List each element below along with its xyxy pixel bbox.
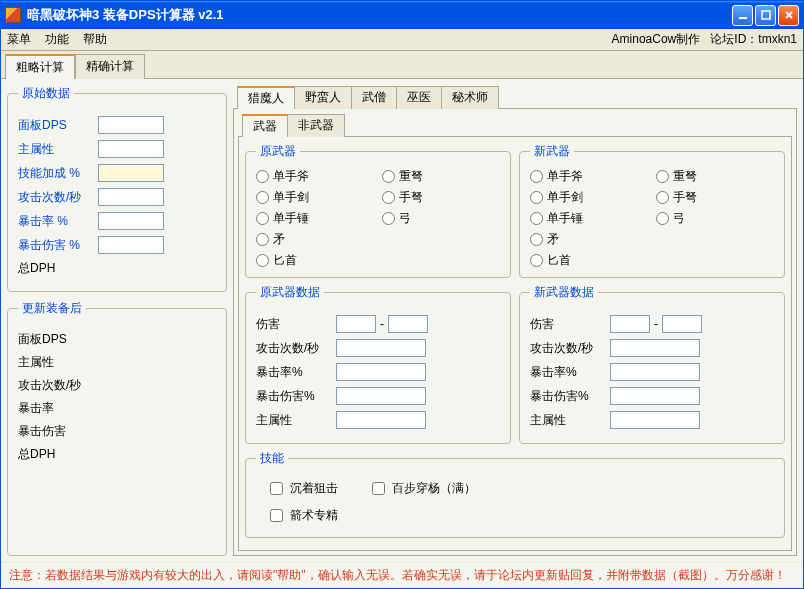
input-crit-dmg[interactable]	[98, 236, 164, 254]
input-od-crit[interactable]	[336, 363, 426, 381]
group-skills: 技能 沉着狙击 百步穿杨（满） 箭术专精	[245, 450, 785, 538]
menubar: 菜单 功能 帮助 AminoaCow制作 论坛ID：tmxkn1	[1, 29, 803, 51]
group-old-data: 原武器数据 伤害 - 攻击次数/秒 暴击率% 暴击伤害% 主属性	[245, 284, 511, 444]
input-od-dmg-min[interactable]	[336, 315, 376, 333]
input-nd-dmg-max[interactable]	[662, 315, 702, 333]
main-tabs: 粗略计算 精确计算	[1, 53, 803, 78]
radio-new-mace[interactable]: 单手锤	[530, 210, 648, 227]
input-panel-dps[interactable]	[98, 116, 164, 134]
lbl-after-aps: 攻击次数/秒	[18, 377, 98, 394]
lbl-nd-crit: 暴击率%	[530, 364, 610, 381]
lbl-after-crit-dmg: 暴击伤害	[18, 423, 98, 440]
tab-precise-calc[interactable]: 精确计算	[75, 54, 145, 79]
legend-old-data: 原武器数据	[256, 284, 324, 301]
tab-demon-hunter[interactable]: 猎魔人	[237, 86, 295, 109]
input-od-main[interactable]	[336, 411, 426, 429]
lbl-after-panel-dps: 面板DPS	[18, 331, 98, 348]
radio-old-sword[interactable]: 单手剑	[256, 189, 374, 206]
chk-skill-1[interactable]: 沉着狙击	[266, 479, 338, 498]
app-window: 暗黑破坏神3 装备DPS计算器 v2.1 菜单 功能 帮助 AminoaCow制…	[0, 0, 804, 589]
lbl-after-main-stat: 主属性	[18, 354, 98, 371]
radio-old-mace[interactable]: 单手锤	[256, 210, 374, 227]
menu-function[interactable]: 功能	[45, 31, 69, 48]
legend-old-weapon: 原武器	[256, 143, 300, 160]
lbl-total-dph: 总DPH	[18, 260, 98, 277]
lbl-od-aps: 攻击次数/秒	[256, 340, 336, 357]
chk-skill-3[interactable]: 箭术专精	[266, 506, 338, 525]
close-button[interactable]	[778, 5, 799, 26]
lbl-od-critd: 暴击伤害%	[256, 388, 336, 405]
menu-help[interactable]: 帮助	[83, 31, 107, 48]
tab-weapon[interactable]: 武器	[242, 114, 288, 137]
input-skill-bonus[interactable]	[98, 164, 164, 182]
titlebar: 暗黑破坏神3 装备DPS计算器 v2.1	[1, 1, 803, 29]
input-crit-rate[interactable]	[98, 212, 164, 230]
input-nd-aps[interactable]	[610, 339, 700, 357]
menu-main[interactable]: 菜单	[7, 31, 31, 48]
legend-original: 原始数据	[18, 85, 74, 102]
lbl-nd-dmg: 伤害	[530, 316, 610, 333]
lbl-crit-dmg: 暴击伤害 %	[18, 237, 98, 254]
weapon-tabs: 武器 非武器	[238, 113, 792, 136]
legend-after: 更新装备后	[18, 300, 86, 317]
author-info: AminoaCow制作 论坛ID：tmxkn1	[612, 31, 797, 48]
tab-rough-calc[interactable]: 粗略计算	[5, 54, 75, 79]
radio-new-handcb[interactable]: 手弩	[656, 189, 774, 206]
window-title: 暗黑破坏神3 装备DPS计算器 v2.1	[27, 6, 732, 24]
svg-rect-0	[739, 17, 747, 19]
radio-old-heavycb[interactable]: 重弩	[382, 168, 500, 185]
radio-new-dagger[interactable]: 匕首	[530, 252, 648, 269]
lbl-nd-aps: 攻击次数/秒	[530, 340, 610, 357]
lbl-od-main: 主属性	[256, 412, 336, 429]
weapon-panel: 原武器 单手斧 重弩 单手剑 手弩 单手锤 弓 矛 匕首	[238, 136, 792, 551]
input-nd-crit[interactable]	[610, 363, 700, 381]
radio-old-dagger[interactable]: 匕首	[256, 252, 374, 269]
radio-new-bow[interactable]: 弓	[656, 210, 774, 227]
lbl-main-stat: 主属性	[18, 141, 98, 158]
radio-new-spear[interactable]: 矛	[530, 231, 648, 248]
class-tabs: 猎魔人 野蛮人 武僧 巫医 秘术师	[233, 85, 797, 108]
input-od-aps[interactable]	[336, 339, 426, 357]
footer-note: 注意：若数据结果与游戏内有较大的出入，请阅读"帮助"，确认输入无误。若确实无误，…	[1, 562, 803, 588]
lbl-nd-critd: 暴击伤害%	[530, 388, 610, 405]
chk-skill-2[interactable]: 百步穿杨（满）	[368, 479, 476, 498]
input-nd-main[interactable]	[610, 411, 700, 429]
group-new-data: 新武器数据 伤害 - 攻击次数/秒 暴击率% 暴击伤害% 主属性	[519, 284, 785, 444]
input-nd-critd[interactable]	[610, 387, 700, 405]
tab-barbarian[interactable]: 野蛮人	[294, 86, 352, 109]
lbl-after-total-dph: 总DPH	[18, 446, 98, 463]
input-od-dmg-max[interactable]	[388, 315, 428, 333]
tab-wizard[interactable]: 秘术师	[441, 86, 499, 109]
radio-old-handcb[interactable]: 手弩	[382, 189, 500, 206]
lbl-skill-bonus: 技能加成 %	[18, 165, 98, 182]
app-icon	[5, 7, 21, 23]
lbl-nd-main: 主属性	[530, 412, 610, 429]
lbl-crit-rate: 暴击率 %	[18, 213, 98, 230]
maximize-button[interactable]	[755, 5, 776, 26]
group-old-weapon: 原武器 单手斧 重弩 单手剑 手弩 单手锤 弓 矛 匕首	[245, 143, 511, 278]
radio-old-spear[interactable]: 矛	[256, 231, 374, 248]
minimize-button[interactable]	[732, 5, 753, 26]
lbl-od-dmg: 伤害	[256, 316, 336, 333]
radio-new-axe[interactable]: 单手斧	[530, 168, 648, 185]
lbl-aps: 攻击次数/秒	[18, 189, 98, 206]
svg-rect-1	[762, 11, 770, 19]
input-main-stat[interactable]	[98, 140, 164, 158]
input-od-critd[interactable]	[336, 387, 426, 405]
legend-skills: 技能	[256, 450, 288, 467]
lbl-od-crit: 暴击率%	[256, 364, 336, 381]
lbl-after-crit-rate: 暴击率	[18, 400, 98, 417]
radio-new-heavycb[interactable]: 重弩	[656, 168, 774, 185]
radio-new-sword[interactable]: 单手剑	[530, 189, 648, 206]
tab-monk[interactable]: 武僧	[351, 86, 397, 109]
legend-new-weapon: 新武器	[530, 143, 574, 160]
radio-old-axe[interactable]: 单手斧	[256, 168, 374, 185]
tab-witch-doctor[interactable]: 巫医	[396, 86, 442, 109]
radio-old-bow[interactable]: 弓	[382, 210, 500, 227]
group-after-gear: 更新装备后 面板DPS 主属性 攻击次数/秒 暴击率 暴击伤害 总DPH	[7, 300, 227, 556]
input-aps[interactable]	[98, 188, 164, 206]
class-panel: 武器 非武器 原武器 单手斧 重弩 单手剑 手弩 单手锤	[233, 108, 797, 556]
input-nd-dmg-min[interactable]	[610, 315, 650, 333]
tab-nonweapon[interactable]: 非武器	[287, 114, 345, 137]
lbl-panel-dps: 面板DPS	[18, 117, 98, 134]
